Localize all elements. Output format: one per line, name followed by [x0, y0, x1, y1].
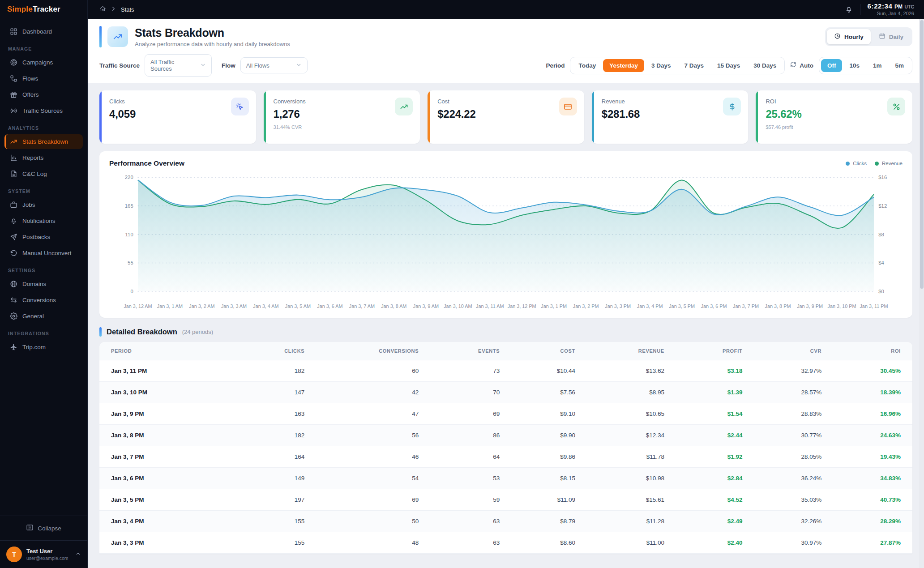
sidebar-item-manual-unconvert[interactable]: Manual Unconvert — [4, 246, 83, 261]
svg-text:$0: $0 — [878, 289, 884, 294]
table-row[interactable]: Jan 3, 7 PM1644664$9.86$11.78$1.9228.05%… — [99, 446, 912, 468]
cell-profit: $4.52 — [676, 489, 754, 511]
period-30-days[interactable]: 30 Days — [747, 59, 783, 72]
globe-icon — [10, 280, 17, 288]
cell-period: Jan 3, 10 PM — [99, 382, 238, 403]
sidebar-item-traffic-sources[interactable]: Traffic Sources — [4, 103, 83, 118]
cell-events: 86 — [430, 425, 511, 446]
user-menu[interactable]: T Test User user@example.com — [0, 540, 87, 568]
sidebar-item-campaigns[interactable]: Campaigns — [4, 55, 83, 70]
svg-text:Jan 3, 8 PM: Jan 3, 8 PM — [765, 303, 791, 309]
cell-roi: 18.39% — [833, 382, 912, 403]
collapse-button[interactable]: Collapse — [4, 520, 83, 536]
cell-cost: $8.79 — [511, 511, 587, 532]
period-7-days[interactable]: 7 Days — [678, 59, 710, 72]
dollar-icon — [723, 98, 741, 115]
table-row[interactable]: Jan 3, 9 PM1634769$9.10$10.65$1.5428.83%… — [99, 403, 912, 425]
period-3-days[interactable]: 3 Days — [645, 59, 677, 72]
svg-text:Jan 3, 10 AM: Jan 3, 10 AM — [444, 303, 472, 309]
col-cost[interactable]: COST — [511, 342, 587, 360]
col-period[interactable]: PERIOD — [99, 342, 238, 360]
stat-card-revenue: Revenue $281.68 — [592, 90, 749, 144]
sidebar-item-label: General — [22, 313, 44, 320]
undo-icon — [10, 249, 17, 257]
page-scrollbar-thumb[interactable] — [920, 20, 924, 289]
clock-date: Sun, Jan 4, 2026 — [868, 11, 914, 17]
sidebar-item-trip-com[interactable]: Trip.com — [4, 340, 83, 354]
col-profit[interactable]: PROFIT — [676, 342, 754, 360]
sidebar-item-postbacks[interactable]: Postbacks — [4, 230, 83, 244]
stat-card-conversions: Conversions 1,276 31.44% CVR — [264, 90, 420, 144]
sidebar-item-label: Dashboard — [22, 28, 52, 35]
cell-profit: $1.39 — [676, 382, 754, 403]
sidebar-item-notifications[interactable]: Notifications — [4, 214, 83, 228]
breadcrumb: Stats — [99, 5, 134, 14]
toggle-daily[interactable]: Daily — [872, 29, 911, 44]
toggle-hourly[interactable]: Hourly — [827, 29, 871, 44]
legend-revenue[interactable]: Revenue — [875, 161, 903, 166]
sidebar-item-label: Notifications — [22, 218, 56, 224]
sidebar-item-general[interactable]: General — [4, 309, 83, 324]
card-value: $281.68 — [602, 108, 740, 120]
traffic-source-select[interactable]: All Traffic Sources — [145, 54, 212, 77]
cell-roi: 28.29% — [833, 511, 912, 532]
card-label: Clicks — [109, 98, 248, 105]
col-conversions[interactable]: CONVERSIONS — [316, 342, 430, 360]
trend-up-icon — [395, 98, 413, 115]
col-clicks[interactable]: CLICKS — [238, 342, 317, 360]
page-scrollbar[interactable] — [919, 19, 924, 568]
sidebar-item-flows[interactable]: Flows — [4, 71, 83, 86]
table-row[interactable]: Jan 3, 6 PM1495453$8.15$10.98$2.8436.24%… — [99, 468, 912, 489]
brand-logo[interactable]: SimpleTracker — [0, 0, 87, 19]
nav-section-label-analytics: ANALYTICS — [8, 125, 79, 131]
refresh-5m[interactable]: 5m — [889, 59, 910, 72]
period-yesterday[interactable]: Yesterday — [603, 59, 644, 72]
flow-select[interactable]: All Flows — [240, 57, 308, 73]
cell-clicks: 155 — [238, 532, 317, 554]
sidebar-item-dashboard[interactable]: Dashboard — [4, 24, 83, 39]
home-icon[interactable] — [99, 5, 106, 14]
refresh-1m[interactable]: 1m — [867, 59, 888, 72]
table-row[interactable]: Jan 3, 11 PM1826073$10.44$13.62$3.1832.9… — [99, 360, 912, 382]
svg-text:Jan 3, 2 PM: Jan 3, 2 PM — [573, 303, 599, 309]
nav-section-label-settings: SETTINGS — [8, 268, 79, 273]
notifications-bell-icon[interactable] — [845, 5, 853, 13]
breadcrumb-current[interactable]: Stats — [121, 6, 134, 13]
cell-cvr: 28.57% — [754, 382, 833, 403]
period-15-days[interactable]: 15 Days — [711, 59, 746, 72]
table-row[interactable]: Jan 3, 3 PM1554863$8.60$11.00$2.4030.97%… — [99, 532, 912, 554]
svg-text:$16: $16 — [878, 175, 887, 180]
table-row[interactable]: Jan 3, 4 PM1555063$8.79$11.28$2.4932.26%… — [99, 511, 912, 532]
sidebar-item-stats-breakdown[interactable]: Stats Breakdown — [4, 134, 83, 149]
col-roi[interactable]: ROI — [833, 342, 912, 360]
card-label: Conversions — [274, 98, 412, 105]
chart-header: Performance Overview ClicksRevenue — [109, 159, 903, 167]
sidebar-item-offers[interactable]: Offers — [4, 87, 83, 102]
table-row[interactable]: Jan 3, 10 PM1474270$7.56$8.95$1.3928.57%… — [99, 382, 912, 403]
sidebar-item-conversions[interactable]: Conversions — [4, 293, 83, 307]
svg-text:Jan 3, 6 AM: Jan 3, 6 AM — [317, 303, 342, 309]
sidebar-item-label: Offers — [22, 91, 39, 98]
col-revenue[interactable]: REVENUE — [587, 342, 676, 360]
period-today[interactable]: Today — [572, 59, 602, 72]
table-row[interactable]: Jan 3, 5 PM1976959$11.09$15.61$4.5235.03… — [99, 489, 912, 511]
sidebar-item-reports[interactable]: Reports — [4, 150, 83, 165]
chart-legend: ClicksRevenue — [846, 161, 903, 166]
broadcast-icon — [10, 107, 17, 115]
legend-clicks[interactable]: Clicks — [846, 161, 867, 166]
cell-profit: $2.40 — [676, 532, 754, 554]
refresh-10s[interactable]: 10s — [843, 59, 866, 72]
sidebar-item-c-c-log[interactable]: C&C Log — [4, 167, 83, 181]
col-events[interactable]: EVENTS — [430, 342, 511, 360]
col-cvr[interactable]: CVR — [754, 342, 833, 360]
svg-text:Jan 3, 11 AM: Jan 3, 11 AM — [476, 303, 504, 309]
refresh-off[interactable]: Off — [821, 59, 843, 72]
svg-text:Jan 3, 5 PM: Jan 3, 5 PM — [669, 303, 695, 309]
sidebar-item-domains[interactable]: Domains — [4, 277, 83, 291]
table-row[interactable]: Jan 3, 8 PM1825686$9.90$12.34$2.4430.77%… — [99, 425, 912, 446]
cell-conversions: 54 — [316, 468, 430, 489]
clock-time: 6:22:34 — [868, 2, 893, 10]
title-row: Stats Breakdown Analyze performance data… — [99, 26, 912, 47]
sidebar-item-jobs[interactable]: Jobs — [4, 197, 83, 212]
sidebar-item-label: Flows — [22, 75, 38, 82]
